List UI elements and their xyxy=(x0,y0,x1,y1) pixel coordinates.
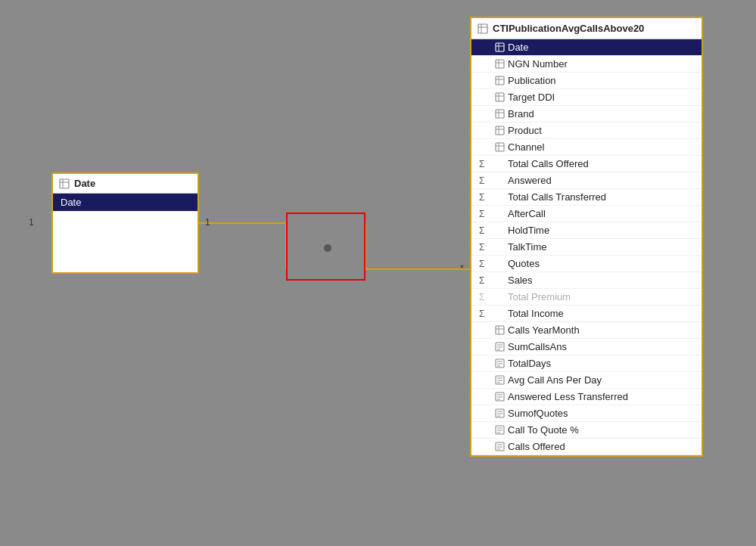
column-icon-0 xyxy=(494,42,505,53)
cti-row-23: Call To Quote % xyxy=(471,422,702,439)
row-label-5: Product xyxy=(508,125,542,136)
svg-rect-22 xyxy=(496,110,504,118)
cti-row-10: ΣAfterCall xyxy=(471,206,702,222)
no-icon-7 xyxy=(494,159,505,169)
svg-rect-16 xyxy=(496,76,504,85)
calc-icon-19 xyxy=(494,358,505,369)
connector-label-right1: 1 xyxy=(205,217,210,228)
calc-icon-24 xyxy=(494,442,505,452)
date-table: Date Date xyxy=(51,172,199,274)
svg-rect-4 xyxy=(60,179,69,188)
column-icon-6 xyxy=(494,142,505,153)
no-icon-13 xyxy=(494,259,505,269)
no-icon-15 xyxy=(494,292,505,302)
cti-row-22: SumofQuotes xyxy=(471,405,702,422)
cti-row-16: ΣTotal Income xyxy=(471,306,702,322)
row-label-1: NGN Number xyxy=(508,58,568,70)
cti-row-8: ΣAnswered xyxy=(471,172,702,189)
connector-label-left: 1 xyxy=(29,217,34,228)
row-label-22: SumofQuotes xyxy=(508,408,568,419)
row-label-11: HoldTime xyxy=(508,225,549,236)
cti-row-1: NGN Number xyxy=(471,56,702,73)
row-label-19: TotalDays xyxy=(508,358,551,369)
drag-handle[interactable] xyxy=(324,244,331,252)
row-prefix-10: Σ xyxy=(479,209,491,219)
cti-table-body: Date NGN Number Publication Target DDI B… xyxy=(471,39,702,455)
row-label-17: Calls YearMonth xyxy=(508,324,580,336)
cti-row-6: Channel xyxy=(471,139,702,156)
row-prefix-11: Σ xyxy=(479,225,491,236)
row-prefix-9: Σ xyxy=(479,192,491,203)
row-prefix-14: Σ xyxy=(479,275,491,286)
connector-label-star: * xyxy=(460,263,464,274)
svg-rect-13 xyxy=(496,60,504,68)
svg-rect-25 xyxy=(496,126,504,135)
date-table-header: Date xyxy=(53,174,198,193)
row-label-4: Brand xyxy=(508,108,534,119)
calc-icon-20 xyxy=(494,375,505,386)
cti-table-header: CTIPublicationAvgCallsAbove20 xyxy=(471,18,702,39)
cti-row-5: Product xyxy=(471,123,702,139)
cti-row-15: ΣTotal Premium xyxy=(471,289,702,306)
row-label-16: Total Income xyxy=(508,308,564,319)
row-label-10: AfterCall xyxy=(508,208,546,219)
no-icon-8 xyxy=(494,175,505,186)
row-label-6: Channel xyxy=(508,141,544,153)
svg-rect-28 xyxy=(496,143,504,151)
column-icon-5 xyxy=(494,126,505,136)
cti-row-12: ΣTalkTime xyxy=(471,239,702,256)
date-table-empty xyxy=(53,212,198,272)
no-icon-11 xyxy=(494,225,505,236)
row-label-13: Quotes xyxy=(508,258,540,269)
calc-icon-18 xyxy=(494,342,505,352)
column-icon-2 xyxy=(494,76,505,86)
cti-row-3: Target DDI xyxy=(471,89,702,106)
cti-row-7: ΣTotal Calls Offered xyxy=(471,156,702,172)
column-icon-1 xyxy=(494,59,505,70)
table-icon xyxy=(59,178,70,189)
column-icon-3 xyxy=(494,92,505,103)
row-label-23: Call To Quote % xyxy=(508,424,579,436)
row-label-15: Total Premium xyxy=(508,291,571,302)
no-icon-9 xyxy=(494,192,505,203)
no-icon-10 xyxy=(494,209,505,219)
cti-row-21: Answered Less Transferred xyxy=(471,389,702,405)
cti-row-14: ΣSales xyxy=(471,272,702,289)
row-prefix-8: Σ xyxy=(479,175,491,186)
cti-row-0: Date xyxy=(471,39,702,56)
cti-row-17: Calls YearMonth xyxy=(471,322,702,339)
cti-row-24: Calls Offered xyxy=(471,439,702,455)
row-prefix-16: Σ xyxy=(479,309,491,319)
row-label-12: TalkTime xyxy=(508,241,547,253)
cti-table-title: CTIPublicationAvgCallsAbove20 xyxy=(493,23,644,34)
no-icon-12 xyxy=(494,242,505,253)
row-label-2: Publication xyxy=(508,75,556,86)
row-label-3: Target DDI xyxy=(508,92,555,103)
date-table-row-date: Date xyxy=(53,194,198,212)
cti-row-13: ΣQuotes xyxy=(471,256,702,272)
column-icon-17 xyxy=(494,325,505,336)
cti-row-11: ΣHoldTime xyxy=(471,222,702,239)
no-icon-14 xyxy=(494,275,505,286)
svg-rect-10 xyxy=(496,43,504,51)
row-label-24: Calls Offered xyxy=(508,441,565,452)
row-prefix-7: Σ xyxy=(479,159,491,169)
cti-row-9: ΣTotal Calls Transferred xyxy=(471,189,702,206)
cti-row-4: Brand xyxy=(471,106,702,123)
cti-row-20: Avg Call Ans Per Day xyxy=(471,372,702,389)
no-icon-16 xyxy=(494,309,505,319)
row-label-0: Date xyxy=(508,42,528,53)
column-icon-4 xyxy=(494,109,505,119)
row-label-18: SumCallsAns xyxy=(508,341,567,352)
svg-rect-7 xyxy=(478,24,487,33)
calc-icon-22 xyxy=(494,408,505,419)
row-label-8: Answered xyxy=(508,175,552,186)
cti-table: CTIPublicationAvgCallsAbove20 Date NGN N… xyxy=(470,17,703,457)
calc-icon-21 xyxy=(494,392,505,402)
date-table-body: Date xyxy=(53,193,198,272)
row-label-20: Avg Call Ans Per Day xyxy=(508,374,602,386)
row-label-7: Total Calls Offered xyxy=(508,158,589,169)
row-label-21: Answered Less Transferred xyxy=(508,391,628,402)
row-label-9: Total Calls Transferred xyxy=(508,191,606,203)
cti-row-18: SumCallsAns xyxy=(471,339,702,355)
